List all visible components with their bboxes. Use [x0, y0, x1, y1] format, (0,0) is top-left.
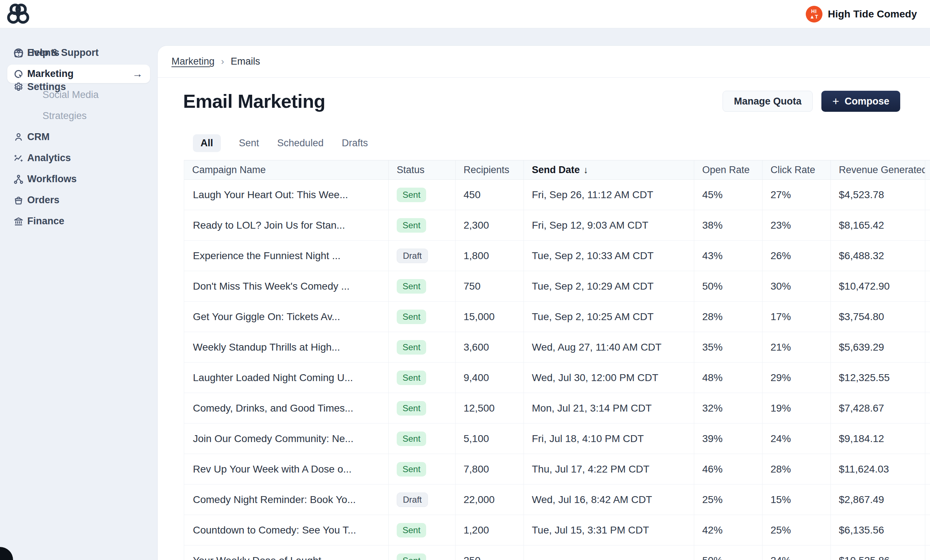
cell-open-rate: 48% [694, 362, 762, 393]
cell-campaign-name: Your Weekly Dose of Laught... [184, 546, 389, 560]
table-row[interactable]: Ready to LOL? Join Us for Stan... Sent 2… [184, 210, 930, 241]
table-row[interactable]: Experience the Funniest Night ... Draft … [184, 241, 930, 271]
cell-campaign-name: Don't Miss This Week's Comedy ... [184, 271, 389, 301]
status-badge: Sent [397, 279, 426, 294]
email-marketing-app: HI ▲T High Tide Comedy Events Marketing … [0, 0, 930, 560]
cell-revenue: $8,165.42 [831, 210, 925, 240]
status-badge: Sent [397, 371, 426, 385]
cell-extra [925, 271, 930, 301]
cell-recipients: 450 [456, 180, 524, 210]
breadcrumb-marketing-link[interactable]: Marketing [171, 56, 215, 67]
cell-send-date: Fri, Sep 12, 9:03 AM CDT [524, 210, 694, 240]
table-row[interactable]: Comedy Night Reminder: Book Yo... Draft … [184, 485, 930, 515]
cell-click-rate: 26% [762, 241, 831, 271]
cell-click-rate: 25% [762, 515, 831, 545]
table-row[interactable]: Get Your Giggle On: Tickets Av... Sent 1… [184, 302, 930, 332]
cell-status: Sent [389, 515, 456, 545]
breadcrumb: Marketing › Emails [158, 46, 930, 78]
cell-open-rate: 38% [694, 210, 762, 240]
filter-tab[interactable]: Drafts [342, 134, 368, 152]
table-row[interactable]: Countdown to Comedy: See You T... Sent 1… [184, 515, 930, 546]
cell-status: Sent [389, 423, 456, 454]
breadcrumb-separator: › [221, 56, 224, 67]
cell-campaign-name: Experience the Funniest Night ... [184, 241, 389, 271]
cell-recipients: 7,800 [456, 454, 524, 484]
column-header-recipients[interactable]: Recipients [456, 160, 524, 179]
filter-tab[interactable]: Sent [239, 134, 259, 152]
tab-label: Sent [239, 138, 259, 149]
cell-campaign-name: Countdown to Comedy: See You T... [184, 515, 389, 545]
column-header-send-date[interactable]: Send Date ↓ [524, 160, 694, 179]
filter-tab[interactable]: Scheduled [277, 134, 324, 152]
cell-open-rate: 32% [694, 393, 762, 423]
sidebar-footer-item[interactable]: Settings [7, 78, 150, 96]
cell-revenue: $6,488.32 [831, 241, 925, 271]
cell-extra [925, 546, 930, 560]
table-row[interactable]: Your Weekly Dose of Laught... Sent 250 5… [184, 546, 930, 560]
cell-send-date: Fri, Sep 26, 11:12 AM CDT [524, 180, 694, 210]
tab-label: All [200, 138, 213, 149]
status-badge: Draft [397, 249, 428, 263]
plus-icon: + [832, 95, 839, 107]
cell-click-rate: 27% [762, 180, 831, 210]
table-row[interactable]: Comedy, Drinks, and Good Times... Sent 1… [184, 393, 930, 423]
compose-button[interactable]: + Compose [821, 91, 900, 112]
cell-send-date: Wed, Jul 30, 12:00 PM CDT [524, 362, 694, 393]
cell-extra [925, 485, 930, 515]
breadcrumb-current: Emails [231, 56, 260, 67]
help-icon [13, 48, 24, 58]
avatar-line1: HI [811, 9, 817, 14]
column-header-campaign-name[interactable]: Campaign Name [184, 160, 389, 179]
cell-send-date: Tue, Sep 2, 10:25 AM CDT [524, 302, 694, 332]
manage-quota-button[interactable]: Manage Quota [722, 91, 813, 112]
cell-status: Sent [389, 393, 456, 423]
cell-recipients: 250 [456, 546, 524, 560]
cell-send-date [524, 546, 694, 560]
top-header-bar: HI ▲T High Tide Comedy [0, 0, 930, 28]
page-actions: Manage Quota + Compose [722, 91, 900, 112]
status-badge: Sent [397, 218, 426, 233]
table-header-row: Campaign Name Status Recipients Send Dat… [184, 160, 930, 180]
cell-click-rate: 29% [762, 362, 831, 393]
table-row[interactable]: Laughter Loaded Night Coming U... Sent 9… [184, 362, 930, 393]
cell-campaign-name: Ready to LOL? Join Us for Stan... [184, 210, 389, 240]
brand-logo-icon[interactable] [6, 3, 30, 26]
cell-campaign-name: Comedy Night Reminder: Book Yo... [184, 485, 389, 515]
cell-campaign-name: Rev Up Your Week with A Dose o... [184, 454, 389, 484]
column-header-open-rate[interactable]: Open Rate [694, 160, 762, 179]
table-row[interactable]: Rev Up Your Week with A Dose o... Sent 7… [184, 454, 930, 485]
cell-send-date: Fri, Jul 18, 4:10 PM CDT [524, 423, 694, 454]
table-row[interactable]: Laugh Your Heart Out: This Wee... Sent 4… [184, 180, 930, 210]
table-row[interactable]: Weekly Standup Thrills at High... Sent 3… [184, 332, 930, 362]
cell-recipients: 15,000 [456, 302, 524, 332]
cell-extra [925, 515, 930, 545]
account-menu[interactable]: HI ▲T High Tide Comedy [806, 0, 917, 28]
cell-recipients: 22,000 [456, 485, 524, 515]
status-badge: Sent [397, 401, 426, 416]
cell-click-rate: 24% [762, 546, 831, 560]
cell-campaign-name: Join Our Comedy Community: Ne... [184, 423, 389, 454]
table-row[interactable]: Don't Miss This Week's Comedy ... Sent 7… [184, 271, 930, 302]
filter-tab[interactable]: All [193, 134, 221, 152]
compose-button-label: Compose [845, 96, 889, 107]
cell-status: Sent [389, 362, 456, 393]
avatar-line2: ▲T [809, 14, 818, 20]
cell-click-rate: 23% [762, 210, 831, 240]
cell-extra [925, 393, 930, 423]
column-header-revenue[interactable]: Revenue Generated [831, 160, 925, 179]
cell-revenue: $6,135.56 [831, 515, 925, 545]
cell-revenue: $5,639.29 [831, 332, 925, 362]
page-title: Email Marketing [183, 91, 325, 112]
send-date-label: Send Date [532, 164, 580, 176]
cell-send-date: Mon, Jul 21, 3:14 PM CDT [524, 393, 694, 423]
column-header-click-rate[interactable]: Click Rate [762, 160, 831, 179]
status-badge: Sent [397, 554, 426, 560]
sidebar-footer-item[interactable]: Help & Support [7, 43, 150, 62]
main-area: Events Marketing → Social Media Strategi… [0, 28, 930, 560]
column-header-extra [925, 160, 930, 179]
table-row[interactable]: Join Our Comedy Community: Ne... Sent 5,… [184, 423, 930, 454]
table-body: Laugh Your Heart Out: This Wee... Sent 4… [184, 180, 930, 560]
sidebar-item-label: Settings [27, 81, 66, 92]
account-name: High Tide Comedy [828, 8, 917, 20]
column-header-status[interactable]: Status [389, 160, 456, 179]
